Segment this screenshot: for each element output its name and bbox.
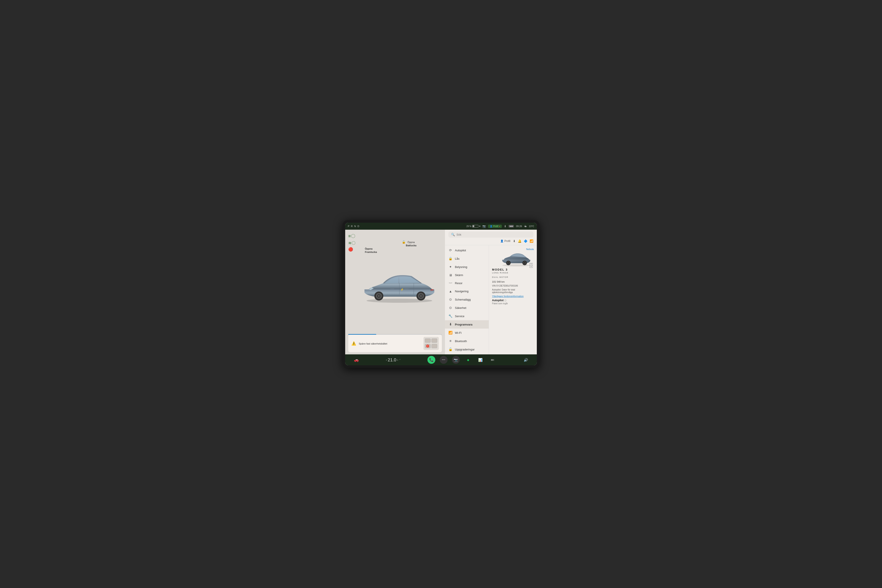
weather-icon: 🌥 [524, 225, 526, 228]
menu-label-programvara: Programvara [455, 323, 472, 326]
menu-item-uppgraderingar[interactable]: 🔓 Uppgraderingar [445, 345, 489, 354]
menu-item-las[interactable]: 🔒 Lås [445, 254, 489, 263]
menu-item-resor[interactable]: 〰 Resor [445, 279, 489, 287]
person-icon: 👤 [500, 240, 504, 243]
taskbar-center: 📞 ••• 📷 ● 📊 ⏭ [428, 356, 496, 364]
svg-text:⚡: ⚡ [400, 288, 404, 291]
svg-point-26 [524, 262, 525, 264]
nav-icon: ▲ [448, 290, 453, 293]
battery-indicator: 29 % [466, 225, 480, 228]
dots-button[interactable]: ••• [440, 356, 448, 364]
volume-icon[interactable]: 🔊 [524, 358, 528, 362]
svg-rect-17 [432, 344, 437, 348]
seatbelt-icon: 🔴 [348, 247, 356, 252]
safety-icon: ⊙ [448, 306, 453, 310]
time-display: 09:26 [516, 225, 522, 228]
info-circle-icon: ⓘ [504, 299, 506, 302]
menu-label-bluetooth: Bluetooth [455, 339, 467, 343]
menu-item-schemalagg[interactable]: ⊙ Schemalägg [445, 296, 489, 304]
car-info-image-area [492, 248, 534, 267]
svg-text:!: ! [428, 345, 428, 347]
svg-point-23 [508, 262, 509, 264]
menu-item-wifi[interactable]: 📶 Wi-Fi [445, 328, 489, 337]
spotify-icon: ● [467, 357, 470, 363]
spotify-button[interactable]: ● [464, 356, 472, 364]
more-info-row[interactable]: Ytterligare fordonsinformation [492, 295, 534, 297]
menu-item-skarm[interactable]: 🖥 Skärm [445, 271, 489, 279]
menu-item-programvara[interactable]: ⬇ Programvara [445, 320, 489, 328]
trips-icon: 〰 [448, 281, 453, 285]
belt-warning-text: Spänn fast säkerhetsbältet [359, 342, 421, 345]
svg-rect-11 [390, 288, 394, 289]
status-bar: P R N D 29 % 📷 👤 Profil ● ⬇ sos [345, 223, 537, 230]
autopilot-package-row: Autopilot ⓘ Paket som ingår [492, 299, 534, 305]
menu-label-skarm: Skärm [455, 273, 464, 277]
battery-bar [472, 225, 478, 228]
svg-rect-15 [432, 339, 437, 343]
camera-button[interactable]: 📷 [452, 356, 460, 364]
vin-value: VIN 5YJ3E7EB0LF593186 [492, 285, 518, 287]
wipers-icon[interactable]: ≋〇 [348, 240, 356, 246]
download-icon-top: ⬇ [504, 225, 506, 228]
autopilot-pkg-sub: Paket som ingår [492, 302, 508, 305]
settings-header: 🔍 👤 Profil ⬇ 🔔 🔷 📶 [445, 230, 537, 245]
lock-menu-icon: 🔒 [448, 256, 453, 261]
dots-icon: ••• [442, 358, 446, 362]
svg-point-10 [420, 295, 422, 297]
menu-label-wifi: Wi-Fi [455, 331, 462, 334]
seat-svg: ! [424, 338, 438, 350]
menu-item-sakerhet[interactable]: ⊙ Säkerhet [445, 304, 489, 312]
menu-label-autopilot: Autopilot [455, 249, 466, 252]
bluetooth-icon-header: 🔷 [524, 239, 527, 243]
menu-label-resor: Resor [455, 282, 463, 285]
car-image-area: ⚡ [358, 243, 441, 324]
menu-label-las: Lås [455, 257, 460, 260]
wifi-icon: 📶 [448, 331, 453, 334]
headlights-icon[interactable]: ≡〇 [348, 233, 356, 239]
temp-number: 21.0 [388, 357, 396, 363]
main-screen: P R N D 29 % 📷 👤 Profil ● ⬇ sos [345, 223, 537, 365]
temp-left-arrow[interactable]: ‹ [386, 358, 387, 362]
storage-icon: 🗄 [528, 263, 534, 269]
menu-item-service[interactable]: 🔧 Service [445, 312, 489, 320]
media-button[interactable]: ⏭ [489, 356, 496, 364]
camera-icon: 📷 [482, 225, 486, 228]
status-bar-right: 29 % 📷 👤 Profil ● ⬇ sos 09:26 🌥 13°C [466, 225, 534, 228]
record-dot: ● [499, 225, 500, 227]
profile-row-label: 👤 Profil [500, 240, 510, 243]
svg-rect-14 [425, 339, 430, 343]
menu-item-belysning[interactable]: ✦ Belysning [445, 263, 489, 271]
bluetooth-menu-icon: ✳ [448, 339, 453, 343]
phone-button[interactable]: 📞 [428, 356, 435, 364]
chart-icon: 📊 [478, 358, 483, 362]
battery-tip [480, 225, 480, 227]
taskbar: 🚗 ‹ 21.0 › ° 📞 ••• 📷 [345, 354, 537, 365]
search-bar[interactable]: 🔍 [448, 231, 533, 238]
chart-button[interactable]: 📊 [476, 356, 484, 364]
service-icon: 🔧 [448, 314, 453, 318]
menu-item-bluetooth[interactable]: ✳ Bluetooth [445, 337, 489, 345]
sos-badge: sos [508, 225, 514, 228]
temperature-display: 13°C [529, 225, 534, 228]
screen-icon: 🖥 [448, 273, 453, 277]
profile-button-top[interactable]: 👤 Profil ● [488, 225, 502, 228]
light-icon: ✦ [448, 265, 453, 269]
temp-unit: ° [399, 359, 400, 361]
search-input[interactable] [456, 233, 531, 236]
more-info-link[interactable]: Ytterligare fordonsinformation [492, 295, 524, 297]
temp-right-arrow[interactable]: › [397, 358, 398, 362]
belt-warning: ⚠️ Spänn fast säkerhetsbältet [348, 334, 442, 352]
temp-value: 21.0 [388, 357, 396, 363]
menu-label-sakerhet: Säkerhet [455, 306, 466, 309]
car-info-panel: Nebula 🗄 MODEL 3 LONG RANGE DUAL MOTOR 1… [489, 245, 537, 354]
bell-icon: 🔔 [518, 239, 522, 243]
left-panel: ≡〇 ≋〇 🔴 Öppna Framlucka Öppna Baklucka 🔓 [345, 230, 445, 354]
profile-row: 👤 Profil ⬇ 🔔 🔷 📶 [448, 239, 533, 243]
right-panel: 🔍 👤 Profil ⬇ 🔔 🔷 📶 [445, 230, 537, 354]
person-icon-top: 👤 [490, 225, 492, 228]
menu-label-belysning: Belysning [455, 266, 467, 268]
left-panel-icons: ≡〇 ≋〇 🔴 [348, 233, 356, 252]
download-icon: ⬇ [513, 239, 516, 243]
menu-item-navigering[interactable]: ▲ Navigering [445, 287, 489, 296]
menu-item-autopilot[interactable]: ⟳ Autopilot [445, 246, 489, 254]
